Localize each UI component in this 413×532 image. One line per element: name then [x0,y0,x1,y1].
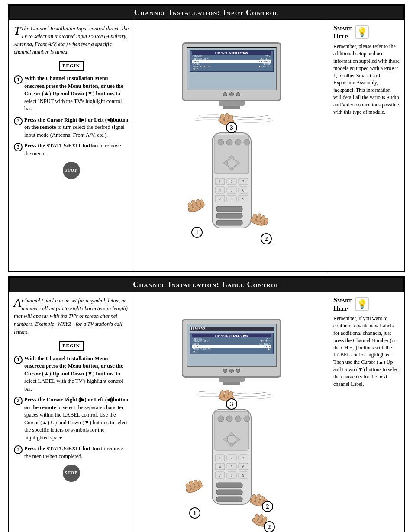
section2-tv: 11 WXYZ CHANNEL INSTALLATION CHANNELTV 4… [182,319,281,385]
section2-tv-base [219,378,245,382]
section1-smart-help-text: Remember, please refer to the additional… [333,43,400,115]
svg-point-4 [235,139,241,145]
section2-remote-area: 1 2 3 4 5 6 7 [173,388,290,526]
section1: Channel Installation: Input Control TThe… [8,4,405,272]
step1-3-text: Press the STATUS/EXIT button to remove t… [24,142,129,157]
svg-text:1: 1 [195,229,198,236]
svg-text:8: 8 [231,474,232,478]
svg-text:9: 9 [242,197,244,201]
section1-tv-controls [187,92,277,96]
svg-rect-82 [216,490,242,495]
step1-2-text: Press the Cursor Right (▶) or Left (◀)bu… [24,116,129,139]
bulb-icon-2: 💡 [355,297,369,311]
svg-text:7: 7 [219,474,221,478]
svg-text:2: 2 [265,236,268,242]
section2-tv-screen: 11 WXYZ CHANNEL INSTALLATION CHANNELTV 4… [187,324,277,367]
section2-content: A Channel Label can be set for a symbol,… [9,292,404,532]
section2-menu-row6: EXIT [192,350,271,353]
svg-point-5 [244,139,250,145]
begin-badge-2: BEGIN [59,341,83,351]
step1-1: 1 With the Channel Installation Menu ons… [14,75,129,113]
step1-3-bold: Press the STATUS/EXIT button [24,143,98,149]
svg-rect-31 [216,220,242,225]
section1-remote-area: 1 2 3 4 5 6 7 [173,111,290,250]
section2-smart-help-text: Remember, if you want to continue to wri… [333,315,400,388]
svg-text:6: 6 [242,465,244,469]
tv-ctrl-dot-6 [236,369,240,373]
section1-tv-screen: CHANNEL INSTALLATION CHANNELTV 4 CHANNEL… [187,47,277,90]
svg-point-55 [226,416,232,422]
section2-smart-help-header: SmartHelp 💡 [333,296,400,312]
section2-tv-stand [223,382,240,385]
svg-text:1: 1 [219,456,221,460]
svg-text:6: 6 [242,189,244,192]
svg-text:2: 2 [266,503,269,510]
step1-1-text: With the Channel Installation Menu onscr… [24,75,129,113]
section1-tv-menu: CHANNEL INSTALLATION CHANNELTV 4 CHANNEL… [190,50,274,72]
section2-illustration: 11 WXYZ CHANNEL INSTALLATION CHANNELTV 4… [134,292,329,532]
svg-text:2: 2 [231,180,232,184]
svg-text:3: 3 [230,401,233,407]
section2: Channel Installation: Label Control A Ch… [8,276,405,532]
section2-smart-help-title: SmartHelp [333,296,352,312]
section1-remote-svg: 1 2 3 4 5 6 7 [173,111,290,250]
svg-rect-83 [216,497,242,502]
section2-illus-wrapper: 11 WXYZ CHANNEL INSTALLATION CHANNELTV 4… [139,319,324,526]
tv-ctrl-dot-4 [223,369,227,373]
section1-tv-stand [223,106,240,109]
step1-2-num: 2 [14,117,23,125]
section1-illustration: CHANNEL INSTALLATION CHANNELTV 4 CHANNEL… [134,20,329,271]
section1-intro: TThe Channel Installation Input control … [14,25,129,56]
svg-text:3: 3 [242,456,244,460]
section1-tv-outer: CHANNEL INSTALLATION CHANNELTV 4 CHANNEL… [182,42,281,101]
svg-text:1: 1 [219,180,221,184]
section2-tv-outer: 11 WXYZ CHANNEL INSTALLATION CHANNELTV 4… [182,319,281,378]
section1-menu-row6: EXIT [192,68,271,71]
step2-2-text: Press the Cursor Right (▶) or Left (◀)bu… [24,396,129,442]
svg-point-3 [226,139,232,145]
begin-badge-1: BEGIN [59,61,83,71]
step1-2: 2 Press the Cursor Right (▶) or Left (◀)… [14,116,129,139]
section1-tv-base [219,101,245,106]
stop-badge-1: STOP [14,162,129,179]
step2-1: 1 With the Channel Installation Menu ons… [14,355,129,393]
svg-point-28 [227,159,236,167]
svg-text:2: 2 [231,456,232,460]
tv-ctrl-dot-1 [223,92,227,96]
step1-1-bold: With the Channel Installation Menu onscr… [24,75,123,96]
svg-rect-29 [216,206,242,212]
step1-2-bold: Press the Cursor Right (▶) or Left (◀)bu… [24,117,128,131]
svg-text:9: 9 [242,474,244,478]
svg-text:5: 5 [231,189,232,192]
svg-point-2 [218,139,224,145]
svg-text:8: 8 [231,197,232,201]
section1-illus-wrapper: CHANNEL INSTALLATION CHANNELTV 4 CHANNEL… [139,42,324,250]
drop-cap-t: T [14,25,21,37]
step2-3-bold: Press the STATUS/EXIT but-ton [24,445,100,452]
section1-tv: CHANNEL INSTALLATION CHANNELTV 4 CHANNEL… [182,42,281,109]
svg-text:1: 1 [193,510,196,516]
svg-rect-81 [216,483,242,488]
step2-3: 3 Press the STATUS/EXIT but-ton to remov… [14,445,129,460]
tv-ctrl-dot-3 [236,92,240,96]
svg-point-57 [244,416,250,422]
section1-menu-title: CHANNEL INSTALLATION [192,51,271,55]
svg-text:4: 4 [219,189,221,192]
step2-2-num: 2 [14,397,23,405]
section1-header: Channel Installation: Input Control [9,5,404,20]
step2-2-bold: Press the Cursor Right (▶) or Left (◀)bu… [24,397,128,410]
section2-tv-controls [187,369,277,373]
section2-channel-num: 11 WXYZ [190,327,274,331]
svg-point-54 [218,416,224,422]
stop-circle-2: STOP [63,465,80,482]
section1-instructions: TThe Channel Installation Input control … [9,20,134,271]
svg-text:3: 3 [242,180,244,184]
section2-tv-menu: CHANNEL INSTALLATION CHANNELTV 4 CHANNEL… [190,333,274,354]
section2-remote-svg: 1 2 3 4 5 6 7 [173,388,290,532]
step2-2: 2 Press the Cursor Right (▶) or Left (◀)… [14,396,129,442]
svg-text:2: 2 [268,524,271,530]
step2-3-num: 3 [14,445,23,454]
section1-smart-help: SmartHelp 💡 Remember, please refer to th… [329,20,404,271]
step1-3: 3 Press the STATUS/EXIT button to remove… [14,142,129,157]
step1-3-num: 3 [14,143,23,151]
